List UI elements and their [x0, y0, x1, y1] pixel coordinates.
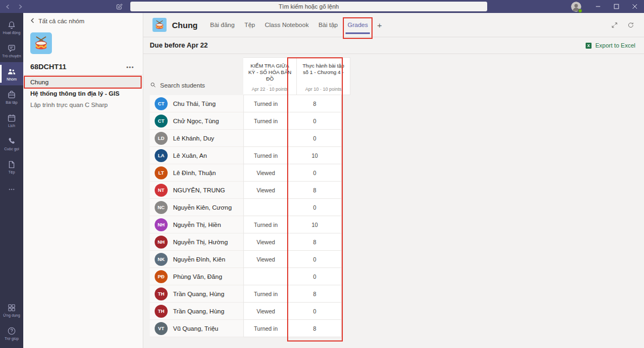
- rail-item[interactable]: Bài tập: [0, 85, 23, 109]
- close-button[interactable]: [626, 0, 644, 13]
- student-name-cell[interactable]: TH Trần Quang, Hùng: [150, 285, 243, 303]
- maximize-button[interactable]: [607, 0, 626, 13]
- all-teams-back-link[interactable]: Tất cả các nhóm: [23, 13, 143, 24]
- rail-item[interactable]: Cuộc gọi: [0, 132, 23, 155]
- rail-item[interactable]: Trò chuyện: [0, 39, 23, 62]
- student-search-input[interactable]: [160, 82, 225, 89]
- student-name-cell[interactable]: NH Nguyễn Thị, Hường: [150, 233, 243, 251]
- rail-item[interactable]: Ứng dụng: [0, 298, 23, 322]
- rail-item[interactable]: Lịch: [0, 109, 23, 132]
- student-avatar: CT: [155, 115, 168, 128]
- student-name-cell[interactable]: NH Nguyễn Thị, Hiền: [150, 216, 243, 233]
- tab[interactable]: Bài tập: [314, 13, 343, 37]
- rail-item[interactable]: Hoạt động: [0, 16, 23, 39]
- team-sidebar: Tất cả các nhóm 68DCHT11 ••• Chung Hệ th…: [23, 13, 143, 348]
- presence-indicator: [578, 9, 582, 13]
- assignment-column-header[interactable]: KIỂM TRA GIỮA KỲ - SỐ HÓA BẢN ĐỒ ... Apr…: [243, 57, 297, 95]
- new-chat-icon[interactable]: [116, 3, 123, 10]
- student-name-cell[interactable]: PĐ Phùng Văn, Đăng: [150, 268, 243, 285]
- student-name: Nguyễn Đình, Kiên: [173, 256, 225, 263]
- student-name-cell[interactable]: CT Chu Thái, Tùng: [150, 95, 243, 112]
- assignment-score-cell[interactable]: 0: [288, 112, 342, 130]
- channel-item[interactable]: Chung: [23, 77, 143, 88]
- assignment-status-cell[interactable]: Turned in: [243, 95, 288, 112]
- assignment-status-cell[interactable]: Viewed: [243, 251, 288, 268]
- add-tab-button[interactable]: +: [377, 21, 382, 30]
- tab[interactable]: Grades: [343, 13, 373, 37]
- assignment-status-cell[interactable]: Turned in: [243, 216, 288, 233]
- assignment-score-cell[interactable]: 8: [288, 95, 342, 112]
- assignment-score-cell[interactable]: 8: [288, 233, 342, 251]
- more-icon: [7, 185, 16, 194]
- channel-list: Chung Hệ thống thông tin địa lý - GIS Lậ…: [23, 77, 143, 110]
- channel-item[interactable]: Hệ thống thông tin địa lý - GIS: [23, 88, 143, 99]
- assignment-status-cell[interactable]: Viewed: [243, 164, 288, 182]
- student-name-cell[interactable]: NT NGUYỄN, TRUNG: [150, 182, 243, 199]
- student-name: Lê Đình, Thuận: [173, 170, 216, 176]
- team-more-button[interactable]: •••: [126, 64, 134, 70]
- assignment-title-ellipsis: ...: [268, 82, 272, 86]
- assignment-score-cell[interactable]: 0: [288, 303, 342, 320]
- assignment-score-cell[interactable]: 0: [288, 130, 342, 147]
- assignment-score-cell[interactable]: 8: [288, 320, 342, 337]
- channel-avatar: [152, 18, 167, 32]
- assignment-score-cell[interactable]: 8: [288, 182, 342, 199]
- rail-item-label: Tệp: [8, 170, 15, 174]
- assignment-column-header[interactable]: Thực hành bài tập số 1 - Chương 4 - Apr …: [297, 57, 350, 95]
- assignment-status-cell[interactable]: Turned in: [243, 147, 288, 164]
- profile-avatar[interactable]: [571, 2, 581, 12]
- student-row: PĐ Phùng Văn, Đăng 0: [150, 268, 644, 285]
- command-search-input[interactable]: [130, 2, 487, 11]
- channel-item[interactable]: Lập trình trực quan C Sharp: [23, 99, 143, 110]
- student-name: NGUYỄN, TRUNG: [173, 187, 225, 193]
- assignment-score-cell[interactable]: 0: [288, 199, 342, 216]
- student-name: Phùng Văn, Đăng: [173, 273, 222, 280]
- student-name-cell[interactable]: VT Vũ Quang, Triệu: [150, 320, 243, 337]
- assignment-score-cell[interactable]: 8: [288, 285, 342, 303]
- forward-icon[interactable]: [18, 4, 23, 9]
- assignment-score-cell[interactable]: 10: [288, 216, 342, 233]
- minimize-button[interactable]: [589, 0, 607, 13]
- student-name-cell[interactable]: CT Chử Ngọc, Tùng: [150, 112, 243, 130]
- assignment-status-cell[interactable]: Viewed: [243, 233, 288, 251]
- tab[interactable]: Class Notebook: [260, 13, 314, 37]
- export-to-excel-button[interactable]: Export to Excel: [585, 42, 635, 49]
- team-avatar[interactable]: [30, 32, 52, 54]
- rail-item[interactable]: Trợ giúp: [0, 322, 23, 345]
- tab[interactable]: Tệp: [240, 13, 260, 37]
- tab-label: Bài tập: [318, 22, 338, 28]
- student-row: CT Chu Thái, Tùng Turned in 8: [150, 95, 644, 112]
- assignment-status-cell[interactable]: Turned in: [243, 285, 288, 303]
- assignment-meta: Apr 10 · 10 points: [305, 86, 341, 92]
- student-name-cell[interactable]: NK Nguyễn Đình, Kiên: [150, 251, 243, 268]
- assignment-score-cell[interactable]: 0: [288, 251, 342, 268]
- student-avatar: NH: [155, 236, 168, 249]
- expand-icon[interactable]: [611, 22, 618, 29]
- back-icon[interactable]: [5, 4, 10, 9]
- assignment-score-cell[interactable]: 0: [288, 268, 342, 285]
- assignment-status-cell[interactable]: [243, 199, 288, 216]
- student-name-cell[interactable]: LD Lê Khánh, Duy: [150, 130, 243, 147]
- assignment-score-cell[interactable]: 10: [288, 147, 342, 164]
- student-name-cell[interactable]: LA Lê Xuân, An: [150, 147, 243, 164]
- rail-item[interactable]: [0, 178, 23, 202]
- tab-bar: Bài đăng Tệp Class Notebook Bài tập Grad…: [205, 13, 373, 37]
- student-name-cell[interactable]: TH Trần Quang, Hùng: [150, 303, 243, 320]
- student-name-cell[interactable]: LT Lê Đình, Thuận: [150, 164, 243, 182]
- student-name-cell[interactable]: NC Nguyễn Kiên, Cương: [150, 199, 243, 216]
- rail-item[interactable]: Tệp: [0, 155, 23, 178]
- refresh-icon[interactable]: [627, 22, 634, 29]
- assignment-status-cell[interactable]: Turned in: [243, 112, 288, 130]
- assignment-status-cell[interactable]: [243, 130, 288, 147]
- assignment-status-cell[interactable]: [243, 268, 288, 285]
- assignment-status-cell[interactable]: Viewed: [243, 182, 288, 199]
- student-avatar: LT: [155, 166, 168, 179]
- student-name: Lê Khánh, Duy: [173, 135, 214, 142]
- assignment-score-cell[interactable]: 0: [288, 164, 342, 182]
- assignment-status-cell[interactable]: Viewed: [243, 303, 288, 320]
- student-search: [150, 81, 225, 90]
- rail-item-label: Ứng dụng: [3, 313, 20, 317]
- tab[interactable]: Bài đăng: [205, 13, 239, 37]
- assignment-status-cell[interactable]: Turned in: [243, 320, 288, 337]
- rail-item[interactable]: Nhóm: [0, 62, 23, 85]
